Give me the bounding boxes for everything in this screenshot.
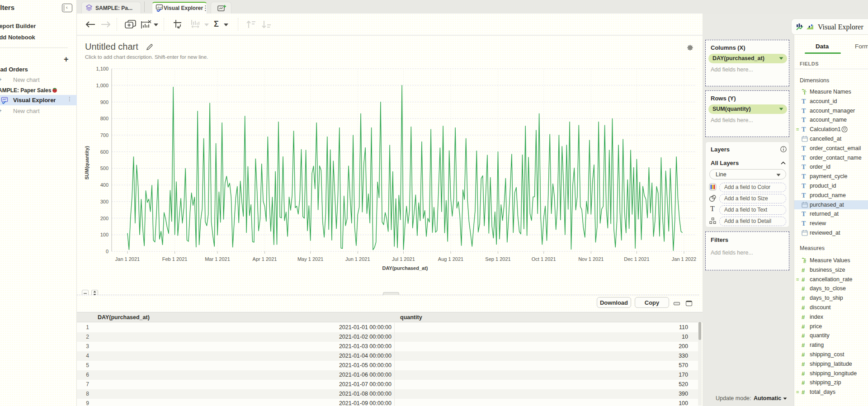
svg-text:Jun 1 2021: Jun 1 2021: [345, 256, 370, 262]
svg-text:Nov 1 2021: Nov 1 2021: [578, 256, 604, 262]
svg-text:Aug 1 2021: Aug 1 2021: [438, 256, 463, 262]
svg-text:800: 800: [100, 116, 108, 121]
svg-text:May 1 2021: May 1 2021: [297, 256, 323, 262]
svg-text:400: 400: [100, 182, 108, 188]
svg-text:Jan 1 2022: Jan 1 2022: [672, 256, 696, 262]
svg-text:Mar 1 2021: Mar 1 2021: [205, 256, 230, 262]
svg-text:500: 500: [100, 165, 108, 171]
svg-text:Sep 1 2021: Sep 1 2021: [485, 256, 510, 262]
svg-text:1,000: 1,000: [96, 83, 108, 88]
svg-text:Dec 1 2021: Dec 1 2021: [624, 256, 649, 262]
svg-text:DAY(purchased_at): DAY(purchased_at): [382, 265, 428, 271]
svg-text:Oct 1 2021: Oct 1 2021: [532, 256, 556, 262]
svg-text:T: T: [803, 90, 807, 95]
svg-text:300: 300: [100, 199, 108, 204]
svg-text:1,100: 1,100: [96, 66, 108, 71]
svg-text:0: 0: [106, 249, 108, 254]
svg-text:600: 600: [100, 149, 108, 155]
svg-text:SUM(quantity): SUM(quantity): [84, 146, 90, 179]
svg-text:100: 100: [100, 232, 108, 237]
svg-text:700: 700: [100, 132, 108, 138]
svg-text:Jan 1 2021: Jan 1 2021: [115, 256, 140, 262]
svg-text:900: 900: [100, 99, 108, 105]
svg-text:#: #: [803, 259, 806, 264]
svg-text:Feb 1 2021: Feb 1 2021: [162, 256, 188, 262]
svg-text:200: 200: [100, 216, 108, 221]
svg-text:Apr 1 2021: Apr 1 2021: [253, 256, 277, 262]
svg-text:Jul 1 2021: Jul 1 2021: [392, 256, 415, 262]
